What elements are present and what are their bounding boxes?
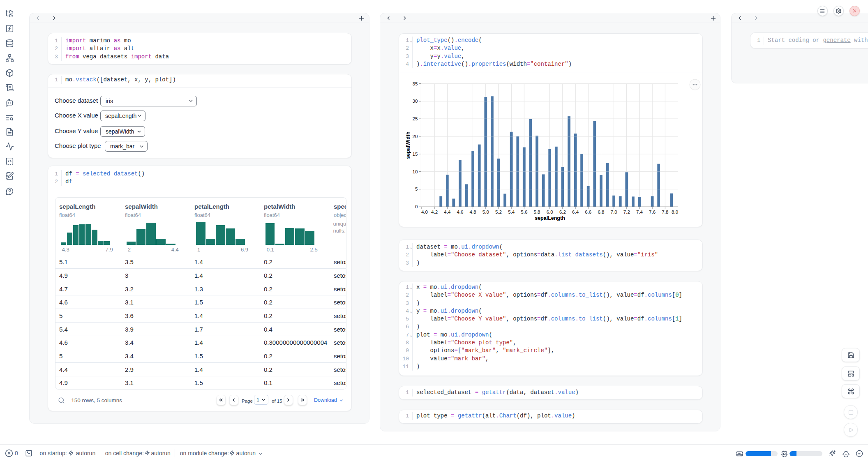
svg-text:4.4: 4.4 — [444, 210, 451, 214]
svg-text:30: 30 — [413, 99, 418, 104]
svg-text:10: 10 — [413, 169, 418, 174]
svg-text:8.0: 8.0 — [672, 210, 678, 214]
svg-text:6.4: 6.4 — [572, 210, 579, 214]
svg-text:sepalLength: sepalLength — [535, 215, 565, 221]
svg-text:sepalWidth: sepalWidth — [405, 131, 411, 159]
svg-text:5.8: 5.8 — [534, 210, 540, 214]
svg-text:4.6: 4.6 — [457, 210, 463, 214]
svg-text:4.2: 4.2 — [431, 210, 438, 214]
svg-text:6.8: 6.8 — [598, 210, 604, 214]
svg-text:5.0: 5.0 — [482, 210, 489, 214]
svg-text:5.6: 5.6 — [521, 210, 527, 214]
svg-text:7.0: 7.0 — [611, 210, 617, 214]
svg-text:7.6: 7.6 — [649, 210, 656, 214]
svg-text:7.2: 7.2 — [623, 210, 630, 214]
svg-text:35: 35 — [413, 81, 418, 86]
svg-text:15: 15 — [413, 152, 418, 157]
svg-text:5: 5 — [415, 187, 418, 191]
svg-text:6.2: 6.2 — [559, 210, 566, 214]
svg-text:6.0: 6.0 — [547, 210, 553, 214]
svg-text:0: 0 — [415, 204, 418, 209]
svg-text:6.6: 6.6 — [585, 210, 591, 214]
svg-text:4.8: 4.8 — [470, 210, 476, 214]
svg-text:4.0: 4.0 — [421, 210, 428, 214]
svg-text:5.4: 5.4 — [508, 210, 515, 214]
svg-text:5.2: 5.2 — [495, 210, 502, 214]
svg-text:7.8: 7.8 — [662, 210, 668, 214]
svg-text:20: 20 — [413, 134, 418, 139]
svg-text:25: 25 — [413, 116, 418, 121]
svg-text:7.4: 7.4 — [636, 210, 643, 214]
